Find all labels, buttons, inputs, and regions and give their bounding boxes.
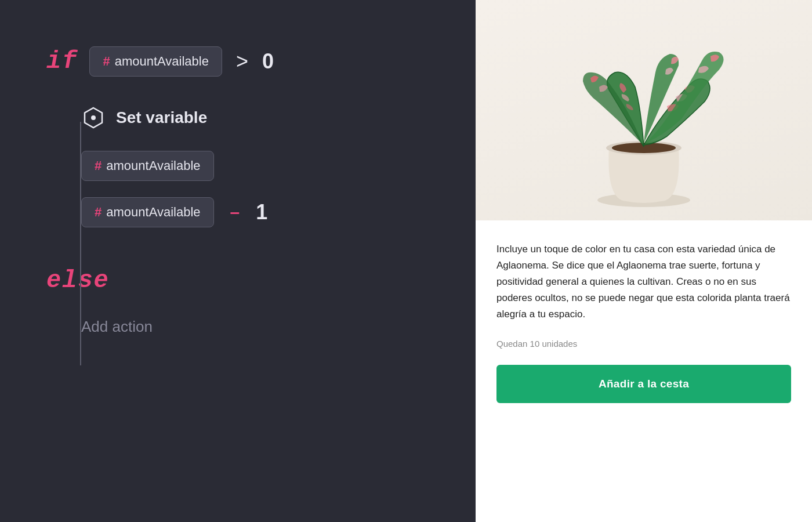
assign-value-hash: # <box>95 205 102 220</box>
hex-icon <box>81 106 106 130</box>
svg-point-1 <box>91 115 96 120</box>
assignment-target-row: # amountAvailable <box>46 151 476 181</box>
condition-variable-name: amountAvailable <box>115 54 209 69</box>
product-description: Incluye un toque de color en tu casa con… <box>496 241 791 322</box>
set-variable-label: Set variable <box>116 108 207 127</box>
left-panel: if # amountAvailable > 0 Set variable # … <box>0 0 476 522</box>
assignment-target-chip[interactable]: # amountAvailable <box>81 151 214 181</box>
condition-variable-chip[interactable]: # amountAvailable <box>89 46 222 77</box>
product-image-container <box>476 0 812 220</box>
set-variable-row: Set variable <box>46 106 476 130</box>
add-action-button[interactable]: Add action <box>46 318 476 336</box>
stock-info: Quedan 10 unidades <box>496 339 791 349</box>
assign-target-variable: amountAvailable <box>106 158 200 173</box>
hash-symbol: # <box>103 54 110 69</box>
assign-value-variable: amountAvailable <box>106 205 200 220</box>
assign-target-hash: # <box>95 158 102 173</box>
else-keyword: else <box>46 267 476 295</box>
product-info: Incluye un toque de color en tu casa con… <box>476 220 812 522</box>
add-to-cart-button[interactable]: Añadir a la cesta <box>496 365 791 403</box>
plant-image <box>476 0 812 220</box>
if-row: if # amountAvailable > 0 <box>46 46 476 77</box>
condition-operator: > <box>236 49 248 74</box>
if-keyword: if <box>46 48 78 75</box>
assignment-value-chip[interactable]: # amountAvailable <box>81 197 214 227</box>
minus-operator: – <box>230 202 240 222</box>
condition-value: 0 <box>262 49 274 74</box>
add-action-label: Add action <box>81 318 153 336</box>
assignment-value-row: # amountAvailable – 1 <box>46 197 476 227</box>
branch-line <box>80 122 81 365</box>
assignment-value-number: 1 <box>256 200 267 224</box>
right-panel: Incluye un toque de color en tu casa con… <box>476 0 812 522</box>
